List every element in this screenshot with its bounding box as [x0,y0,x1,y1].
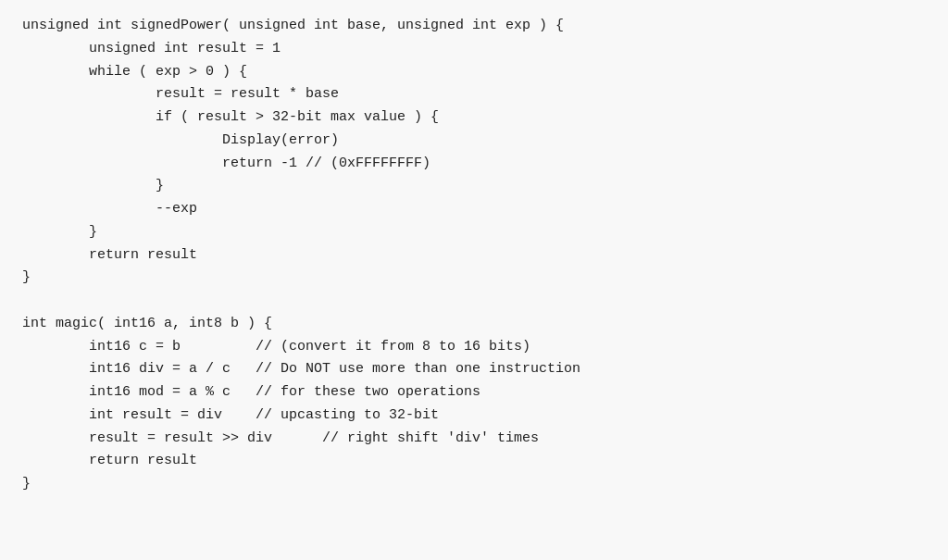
code-block-2: int magic( int16 a, int8 b ) { int16 c =… [22,313,926,496]
code-container: unsigned int signedPower( unsigned int b… [0,0,948,560]
code-separator [22,290,926,313]
code-block-1: unsigned int signedPower( unsigned int b… [22,15,926,290]
